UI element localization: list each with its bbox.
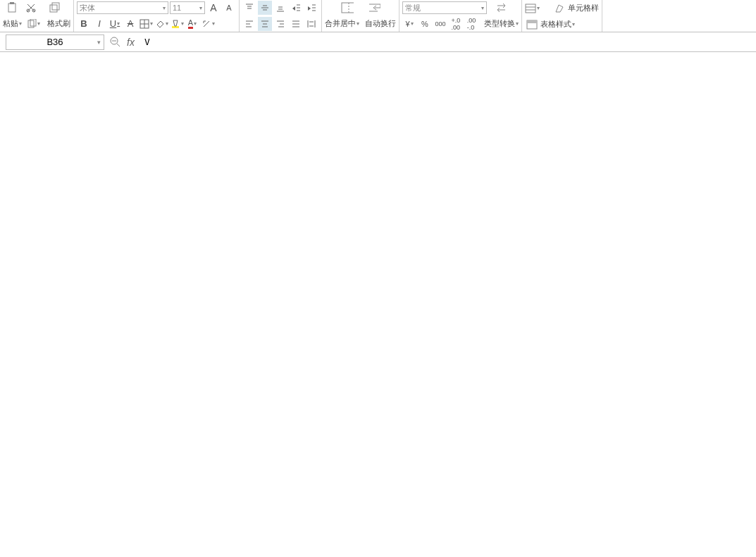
- font-name-combo[interactable]: 宋体▾: [77, 1, 168, 14]
- svg-rect-50: [527, 20, 537, 23]
- bold-icon[interactable]: B: [77, 17, 91, 31]
- increase-font-icon[interactable]: A: [206, 1, 221, 15]
- currency-icon[interactable]: ¥▾: [402, 17, 416, 31]
- formula-bar: B36 ▾ fx V: [0, 32, 756, 52]
- wrap-text-icon[interactable]: [368, 1, 380, 14]
- format-painter-label[interactable]: 格式刷: [47, 15, 70, 32]
- alignment-group: [240, 0, 322, 32]
- formula-input[interactable]: V: [140, 35, 750, 50]
- increase-indent-icon[interactable]: [304, 1, 318, 15]
- svg-rect-46: [526, 4, 535, 13]
- table-style-label[interactable]: 表格样式▾: [540, 16, 575, 32]
- svg-line-52: [117, 44, 120, 46]
- svg-rect-43: [342, 3, 354, 13]
- conditional-format-icon[interactable]: ▾: [525, 1, 540, 15]
- copy-button[interactable]: ▾: [26, 17, 40, 31]
- fill-color-icon[interactable]: ▾: [154, 17, 168, 31]
- italic-icon[interactable]: I: [92, 17, 106, 31]
- copy-format-icon[interactable]: [45, 1, 65, 15]
- decrease-indent-icon[interactable]: [289, 1, 303, 15]
- name-box[interactable]: B36 ▾: [6, 35, 104, 50]
- number-group: 常规▾ ¥▾ % 000 +.0.00 .00-.0 类型转换▾: [399, 0, 522, 32]
- cell-style-label[interactable]: 单元格样: [568, 0, 599, 16]
- fx-icon[interactable]: fx: [127, 37, 135, 48]
- percent-icon[interactable]: %: [418, 17, 432, 31]
- decrease-font-icon[interactable]: A: [222, 1, 236, 15]
- justify-icon[interactable]: [289, 17, 303, 31]
- align-right-icon[interactable]: [273, 17, 287, 31]
- clear-format-icon[interactable]: ▾: [201, 17, 215, 31]
- clipboard-group: 粘贴▾ ▾ 格式刷: [0, 0, 74, 32]
- increase-decimal-icon[interactable]: +.0.00: [449, 17, 463, 31]
- merge-center-label[interactable]: 合并居中▾: [325, 15, 359, 32]
- align-bottom-icon[interactable]: [273, 1, 287, 15]
- underline-icon[interactable]: U▾: [108, 17, 122, 31]
- svg-rect-1: [10, 2, 14, 4]
- paste-label[interactable]: 粘贴▾: [3, 15, 22, 32]
- border-icon[interactable]: ▾: [139, 17, 153, 31]
- name-box-value: B36: [47, 37, 63, 47]
- align-left-icon[interactable]: [242, 17, 256, 31]
- align-middle-icon[interactable]: [258, 1, 272, 15]
- font-color-icon[interactable]: A▾: [185, 17, 199, 31]
- decrease-decimal-icon[interactable]: .00-.0: [464, 17, 478, 31]
- type-convert-label[interactable]: 类型转换▾: [484, 15, 519, 32]
- merge-group: 合并居中▾ 自动换行: [322, 0, 399, 32]
- highlight-icon[interactable]: ▾: [170, 17, 184, 31]
- cell-style-icon[interactable]: [552, 1, 566, 15]
- wrap-text-label[interactable]: 自动换行: [365, 15, 396, 32]
- merge-icon[interactable]: [341, 1, 354, 14]
- type-convert-icon[interactable]: [495, 1, 508, 14]
- table-style-icon[interactable]: [525, 18, 539, 32]
- comma-icon[interactable]: 000: [433, 17, 447, 31]
- styles-group: ▾ 单元格样 表格样式▾: [522, 0, 602, 32]
- font-group: 宋体▾ 11▾ A A B I U▾ A ▾ ▾ ▾ A▾ ▾: [74, 0, 240, 32]
- paste-icon[interactable]: [3, 1, 23, 15]
- align-top-icon[interactable]: [242, 1, 256, 15]
- svg-rect-5: [52, 3, 59, 10]
- number-format-combo[interactable]: 常规▾: [402, 1, 487, 14]
- align-center-icon[interactable]: [258, 17, 272, 31]
- zoom-out-icon[interactable]: [110, 37, 121, 48]
- svg-rect-0: [8, 4, 16, 12]
- cut-icon[interactable]: [24, 1, 38, 15]
- distribute-icon[interactable]: [304, 17, 318, 31]
- strikethrough-icon[interactable]: A: [123, 17, 137, 31]
- svg-rect-4: [50, 5, 57, 12]
- font-size-combo[interactable]: 11▾: [170, 1, 205, 14]
- ribbon-toolbar: 粘贴▾ ▾ 格式刷 宋体▾ 11▾ A A B I U▾ A ▾ ▾ ▾ A▾ …: [0, 0, 756, 32]
